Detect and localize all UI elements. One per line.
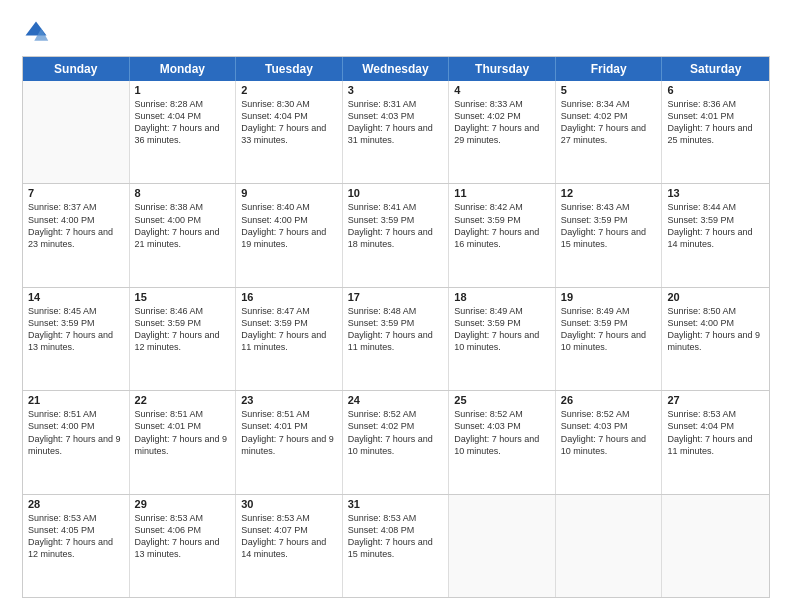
cell-info: Sunrise: 8:36 AMSunset: 4:01 PMDaylight:… [667,98,764,147]
cell-info: Sunrise: 8:53 AMSunset: 4:04 PMDaylight:… [667,408,764,457]
calendar-body: 1Sunrise: 8:28 AMSunset: 4:04 PMDaylight… [23,81,769,597]
cell-info: Sunrise: 8:37 AMSunset: 4:00 PMDaylight:… [28,201,124,250]
day-number: 13 [667,187,764,199]
header-day-tuesday: Tuesday [236,57,343,81]
calendar-cell-4-3: 31Sunrise: 8:53 AMSunset: 4:08 PMDayligh… [343,495,450,597]
day-number: 29 [135,498,231,510]
day-number: 23 [241,394,337,406]
day-number: 4 [454,84,550,96]
cell-info: Sunrise: 8:45 AMSunset: 3:59 PMDaylight:… [28,305,124,354]
calendar-cell-1-5: 12Sunrise: 8:43 AMSunset: 3:59 PMDayligh… [556,184,663,286]
calendar-cell-3-2: 23Sunrise: 8:51 AMSunset: 4:01 PMDayligh… [236,391,343,493]
cell-info: Sunrise: 8:28 AMSunset: 4:04 PMDaylight:… [135,98,231,147]
header-day-saturday: Saturday [662,57,769,81]
calendar-cell-2-1: 15Sunrise: 8:46 AMSunset: 3:59 PMDayligh… [130,288,237,390]
day-number: 15 [135,291,231,303]
cell-info: Sunrise: 8:52 AMSunset: 4:03 PMDaylight:… [454,408,550,457]
day-number: 22 [135,394,231,406]
day-number: 17 [348,291,444,303]
day-number: 21 [28,394,124,406]
cell-info: Sunrise: 8:53 AMSunset: 4:06 PMDaylight:… [135,512,231,561]
day-number: 26 [561,394,657,406]
calendar-cell-0-2: 2Sunrise: 8:30 AMSunset: 4:04 PMDaylight… [236,81,343,183]
calendar-cell-2-6: 20Sunrise: 8:50 AMSunset: 4:00 PMDayligh… [662,288,769,390]
cell-info: Sunrise: 8:42 AMSunset: 3:59 PMDaylight:… [454,201,550,250]
calendar-cell-4-5 [556,495,663,597]
header-day-friday: Friday [556,57,663,81]
calendar-cell-3-1: 22Sunrise: 8:51 AMSunset: 4:01 PMDayligh… [130,391,237,493]
calendar-cell-4-0: 28Sunrise: 8:53 AMSunset: 4:05 PMDayligh… [23,495,130,597]
cell-info: Sunrise: 8:43 AMSunset: 3:59 PMDaylight:… [561,201,657,250]
cell-info: Sunrise: 8:48 AMSunset: 3:59 PMDaylight:… [348,305,444,354]
calendar-row-2: 14Sunrise: 8:45 AMSunset: 3:59 PMDayligh… [23,287,769,390]
day-number: 27 [667,394,764,406]
calendar-row-3: 21Sunrise: 8:51 AMSunset: 4:00 PMDayligh… [23,390,769,493]
day-number: 12 [561,187,657,199]
day-number: 20 [667,291,764,303]
day-number: 7 [28,187,124,199]
day-number: 19 [561,291,657,303]
cell-info: Sunrise: 8:30 AMSunset: 4:04 PMDaylight:… [241,98,337,147]
cell-info: Sunrise: 8:38 AMSunset: 4:00 PMDaylight:… [135,201,231,250]
day-number: 6 [667,84,764,96]
calendar-header: SundayMondayTuesdayWednesdayThursdayFrid… [23,57,769,81]
calendar-cell-4-6 [662,495,769,597]
day-number: 11 [454,187,550,199]
day-number: 9 [241,187,337,199]
day-number: 16 [241,291,337,303]
cell-info: Sunrise: 8:47 AMSunset: 3:59 PMDaylight:… [241,305,337,354]
logo [22,18,54,46]
day-number: 14 [28,291,124,303]
day-number: 31 [348,498,444,510]
day-number: 3 [348,84,444,96]
cell-info: Sunrise: 8:51 AMSunset: 4:01 PMDaylight:… [135,408,231,457]
cell-info: Sunrise: 8:51 AMSunset: 4:00 PMDaylight:… [28,408,124,457]
cell-info: Sunrise: 8:50 AMSunset: 4:00 PMDaylight:… [667,305,764,354]
calendar-cell-2-5: 19Sunrise: 8:49 AMSunset: 3:59 PMDayligh… [556,288,663,390]
calendar: SundayMondayTuesdayWednesdayThursdayFrid… [22,56,770,598]
calendar-row-4: 28Sunrise: 8:53 AMSunset: 4:05 PMDayligh… [23,494,769,597]
cell-info: Sunrise: 8:51 AMSunset: 4:01 PMDaylight:… [241,408,337,457]
cell-info: Sunrise: 8:52 AMSunset: 4:03 PMDaylight:… [561,408,657,457]
calendar-cell-2-0: 14Sunrise: 8:45 AMSunset: 3:59 PMDayligh… [23,288,130,390]
header-day-wednesday: Wednesday [343,57,450,81]
cell-info: Sunrise: 8:53 AMSunset: 4:08 PMDaylight:… [348,512,444,561]
calendar-cell-4-4 [449,495,556,597]
cell-info: Sunrise: 8:53 AMSunset: 4:05 PMDaylight:… [28,512,124,561]
calendar-cell-4-2: 30Sunrise: 8:53 AMSunset: 4:07 PMDayligh… [236,495,343,597]
calendar-cell-0-4: 4Sunrise: 8:33 AMSunset: 4:02 PMDaylight… [449,81,556,183]
calendar-cell-0-0 [23,81,130,183]
calendar-cell-3-3: 24Sunrise: 8:52 AMSunset: 4:02 PMDayligh… [343,391,450,493]
header-day-monday: Monday [130,57,237,81]
day-number: 1 [135,84,231,96]
page: SundayMondayTuesdayWednesdayThursdayFrid… [0,0,792,612]
day-number: 8 [135,187,231,199]
day-number: 18 [454,291,550,303]
cell-info: Sunrise: 8:44 AMSunset: 3:59 PMDaylight:… [667,201,764,250]
day-number: 5 [561,84,657,96]
calendar-cell-1-0: 7Sunrise: 8:37 AMSunset: 4:00 PMDaylight… [23,184,130,286]
calendar-cell-0-1: 1Sunrise: 8:28 AMSunset: 4:04 PMDaylight… [130,81,237,183]
header-day-thursday: Thursday [449,57,556,81]
calendar-cell-0-6: 6Sunrise: 8:36 AMSunset: 4:01 PMDaylight… [662,81,769,183]
calendar-cell-4-1: 29Sunrise: 8:53 AMSunset: 4:06 PMDayligh… [130,495,237,597]
cell-info: Sunrise: 8:46 AMSunset: 3:59 PMDaylight:… [135,305,231,354]
cell-info: Sunrise: 8:52 AMSunset: 4:02 PMDaylight:… [348,408,444,457]
cell-info: Sunrise: 8:53 AMSunset: 4:07 PMDaylight:… [241,512,337,561]
day-number: 10 [348,187,444,199]
calendar-row-0: 1Sunrise: 8:28 AMSunset: 4:04 PMDaylight… [23,81,769,183]
header [22,18,770,46]
cell-info: Sunrise: 8:31 AMSunset: 4:03 PMDaylight:… [348,98,444,147]
calendar-cell-1-4: 11Sunrise: 8:42 AMSunset: 3:59 PMDayligh… [449,184,556,286]
cell-info: Sunrise: 8:33 AMSunset: 4:02 PMDaylight:… [454,98,550,147]
logo-icon [22,18,50,46]
calendar-cell-2-2: 16Sunrise: 8:47 AMSunset: 3:59 PMDayligh… [236,288,343,390]
day-number: 24 [348,394,444,406]
calendar-cell-3-5: 26Sunrise: 8:52 AMSunset: 4:03 PMDayligh… [556,391,663,493]
cell-info: Sunrise: 8:49 AMSunset: 3:59 PMDaylight:… [561,305,657,354]
calendar-cell-3-6: 27Sunrise: 8:53 AMSunset: 4:04 PMDayligh… [662,391,769,493]
calendar-cell-0-5: 5Sunrise: 8:34 AMSunset: 4:02 PMDaylight… [556,81,663,183]
cell-info: Sunrise: 8:49 AMSunset: 3:59 PMDaylight:… [454,305,550,354]
calendar-cell-1-1: 8Sunrise: 8:38 AMSunset: 4:00 PMDaylight… [130,184,237,286]
day-number: 2 [241,84,337,96]
